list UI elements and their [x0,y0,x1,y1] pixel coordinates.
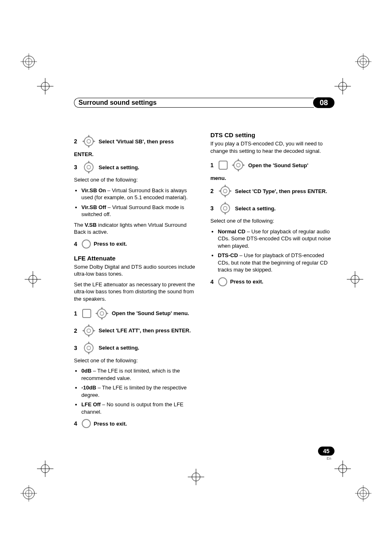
step-dts-3: 3 Select a setting. [210,201,334,216]
svg-marker-69 [237,159,239,161]
crosshair-icon [37,78,53,94]
step-virtualsb-2: 2 Select 'Virtual SB', then press ENTER. [74,134,198,157]
remote-button-icon [218,277,228,287]
svg-marker-53 [95,312,97,314]
crosshair-icon [188,469,204,485]
step-lfe-3: 3 Select a setting. [74,341,198,355]
step-dts-2: 2 Select 'CD Type', then press ENTER. [210,184,334,198]
step-text: Select 'CD Type', then press ENTER. [235,188,327,194]
step-lfe-1: 1 Open the 'Sound Setup' menu. [74,306,198,321]
svg-marker-54 [106,312,108,314]
svg-point-80 [224,207,227,210]
option-list: Normal CD – Use for playback of regular … [218,228,334,274]
step-number: 3 [74,345,79,351]
page-footer: 45 En [310,447,334,461]
svg-point-44 [87,166,91,169]
step-number: 4 [210,279,215,285]
svg-marker-42 [93,140,95,142]
svg-marker-45 [88,161,90,163]
dpad-enter-icon [95,306,109,321]
list-item: DTS-CD – Use for playback of DTS-encoded… [218,252,334,274]
svg-point-68 [237,164,240,167]
svg-marker-40 [88,146,90,148]
indicator-note: The V.SB indicator lights when Virtual S… [74,221,198,236]
svg-point-67 [234,161,243,170]
svg-marker-39 [88,135,90,137]
list-item: -10dB – The LFE is limited by the respec… [81,384,198,398]
registration-mark-icon [21,53,37,70]
svg-marker-76 [224,196,226,198]
step-number: 2 [74,138,79,145]
step-dts-4: 4 Press to exit. [210,277,334,287]
svg-marker-52 [101,318,103,320]
left-column: 2 Select 'Virtual SB', then press ENTER.… [74,131,198,448]
svg-marker-81 [224,202,226,204]
svg-point-61 [84,343,93,352]
step-text: Open the 'Sound Setup' menu. [112,310,189,316]
step-text: Press to exit. [94,421,127,427]
language-label: En [310,456,331,461]
svg-point-55 [84,326,93,335]
step-text: Select a setting. [235,205,276,212]
svg-marker-59 [82,329,84,332]
svg-marker-82 [224,213,226,215]
svg-point-65 [82,419,90,428]
dpad-enter-icon [218,184,233,198]
step-virtualsb-4: 4 Press to exit. [74,239,198,249]
svg-marker-71 [232,164,234,166]
svg-marker-63 [88,341,90,343]
svg-marker-51 [101,306,103,309]
svg-point-49 [97,309,106,318]
step-virtualsb-3: 3 Select a setting. [74,160,198,175]
crosshair-icon [25,271,41,288]
svg-rect-66 [219,161,227,169]
chapter-number-badge: 08 [313,97,334,108]
svg-point-43 [84,163,93,172]
svg-marker-78 [230,190,232,192]
crosshair-icon [347,271,363,288]
step-dts-1: 1 Open the 'Sound Setup' menu. [210,158,334,181]
remote-button-icon [81,419,91,428]
list-item: 0dB – The LFE is not limited, which is t… [81,367,198,382]
step-text: Press to exit. [230,279,263,285]
shift-button-icon [81,308,92,319]
step-lfe-4: 4 Press to exit. [74,419,198,428]
step-text: Open the 'Sound Setup' [248,162,308,168]
list-item: Normal CD – Use for playback of regular … [218,228,334,250]
shift-button-icon [218,160,228,170]
svg-marker-60 [93,329,95,332]
step-text: Select a setting. [99,345,139,351]
option-list: 0dB – The LFE is not limited, which is t… [81,367,198,415]
svg-marker-77 [219,190,221,192]
svg-point-56 [87,329,91,332]
remote-button-icon [81,239,91,249]
svg-point-73 [221,187,230,196]
list-item: LFE Off – No sound is output from the LF… [81,401,198,415]
svg-point-37 [84,137,93,146]
dpad-enter-icon [81,323,96,338]
page-number-badge: 45 [318,447,334,456]
body-text: Some Dolby Digital and DTS audio sources… [74,263,198,278]
svg-marker-64 [88,352,90,354]
heading-lfe-attenuate: LFE Attenuate [74,255,198,262]
select-one-prompt: Select one of the following: [74,357,198,364]
step-number: 1 [210,162,215,168]
right-column: DTS CD setting If you play a DTS-encoded… [210,131,334,448]
step-number: 3 [210,205,215,212]
heading-dts-cd: DTS CD setting [210,131,334,138]
svg-point-38 [87,140,91,143]
crosshair-icon [37,461,53,477]
step-text: Select a setting. [99,164,139,170]
step-number: 2 [210,188,215,194]
dpad-updown-icon [81,341,96,355]
option-list: Vir.SB On – Virtual Surround Back is alw… [81,187,198,218]
list-item: Vir.SB Off – Virtual Surround Back mode … [81,204,198,218]
svg-marker-57 [88,324,90,326]
dpad-enter-icon [81,134,96,149]
registration-mark-icon [355,53,371,70]
crosshair-icon [334,78,351,94]
registration-mark-icon [21,485,37,502]
step-number: 4 [74,241,79,247]
step-number: 1 [74,310,79,317]
svg-point-50 [100,311,104,315]
